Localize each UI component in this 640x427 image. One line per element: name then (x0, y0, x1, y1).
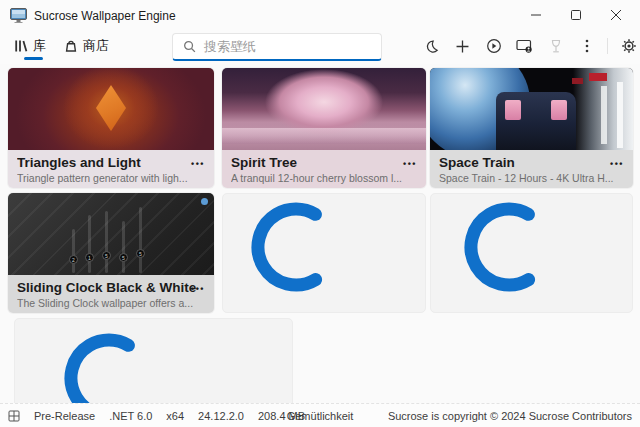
moon-theme-button[interactable] (421, 35, 442, 57)
wallpaper-preview (222, 68, 426, 150)
settings-button[interactable] (618, 35, 639, 57)
title-bar: Sucrose Wallpaper Engine (0, 0, 640, 30)
close-button[interactable] (596, 0, 636, 30)
card-description: The Sliding Clock wallpaper offers a... (17, 296, 205, 310)
add-wallpaper-button[interactable] (452, 35, 473, 57)
store-icon (64, 39, 78, 53)
settings-gear-icon (621, 38, 637, 54)
app-logo-icon (10, 8, 27, 23)
add-icon (456, 40, 469, 53)
window-title: Sucrose Wallpaper Engine (34, 9, 176, 23)
app-version: 24.12.2.0 (198, 410, 244, 422)
more-options-button[interactable] (576, 35, 597, 57)
card-title: Spirit Tree (231, 154, 417, 171)
update-indicator-dot (201, 198, 208, 205)
dotnet-version: .NET 6.0 (109, 410, 152, 422)
donate-button[interactable] (545, 35, 566, 57)
card-title: Space Train (439, 154, 624, 171)
card-menu-button[interactable]: ••• (403, 159, 417, 169)
wallpaper-card-sliding-clock[interactable]: 2 1 5 5 5 Sliding Clock Black & White Th… (8, 193, 214, 313)
tab-library[interactable]: 库 (14, 37, 46, 55)
play-wallpaper-button[interactable] (483, 35, 504, 57)
loading-spinner-icon (459, 197, 559, 297)
card-title: Triangles and Light (17, 154, 205, 171)
status-bar: Pre-Release .NET 6.0 x64 24.12.2.0 208.4… (0, 403, 640, 427)
kebab-menu-icon (585, 39, 589, 53)
loading-card (430, 193, 633, 313)
wine-glass-icon (549, 39, 563, 54)
search-placeholder: 搜索壁纸 (204, 38, 256, 56)
library-icon (14, 39, 28, 53)
card-menu-button[interactable]: ••• (191, 159, 205, 169)
copyright-text: Sucrose is copyright © 2024 Sucrose Cont… (388, 410, 632, 422)
active-tab-indicator (24, 57, 43, 60)
card-description: Triangle pattern generator with ligh... (17, 171, 205, 185)
app-window: Sucrose Wallpaper Engine 库 (0, 0, 640, 427)
card-menu-button[interactable]: ••• (191, 284, 205, 294)
search-icon (183, 40, 196, 53)
tab-store-label: 商店 (83, 37, 109, 55)
moon-icon (424, 39, 439, 54)
screen-share-icon (516, 39, 533, 54)
card-menu-button[interactable]: ••• (610, 159, 624, 169)
toolbar: 库 商店 搜索壁纸 (0, 30, 640, 64)
search-input[interactable]: 搜索壁纸 (172, 33, 382, 61)
card-title: Sliding Clock Black & White (17, 279, 205, 296)
minimize-button[interactable] (516, 0, 556, 30)
screen-select-button[interactable] (514, 35, 535, 57)
build-info-icon (8, 410, 20, 422)
release-channel: Pre-Release (34, 410, 95, 422)
wallpaper-preview (8, 68, 214, 150)
card-description: A tranquil 12-hour cherry blossom l... (231, 171, 417, 185)
wallpaper-card-triangles-and-light[interactable]: Triangles and Light Triangle pattern gen… (8, 68, 214, 188)
wallpaper-preview (430, 68, 633, 150)
wallpaper-preview: 2 1 5 5 5 (8, 193, 214, 275)
wallpaper-card-spirit-tree[interactable]: Spirit Tree A tranquil 12-hour cherry bl… (222, 68, 426, 188)
loading-card (14, 318, 293, 403)
architecture: x64 (166, 410, 184, 422)
toolbar-divider (607, 38, 608, 54)
tab-library-label: 库 (33, 37, 46, 55)
wallpaper-card-space-train[interactable]: Space Train Space Train - 12 Hours - 4K … (430, 68, 633, 188)
loading-spinner-icon (246, 197, 346, 297)
card-description: Space Train - 12 Hours - 4K Ultra H... (439, 171, 624, 185)
status-center-text: Gemütlichkeit (287, 410, 354, 422)
toolbar-actions (421, 35, 639, 57)
loading-spinner-icon (59, 328, 159, 403)
maximize-button[interactable] (556, 0, 596, 30)
wallpaper-grid: Triangles and Light Triangle pattern gen… (0, 64, 640, 403)
play-circle-icon (486, 38, 502, 54)
tab-store[interactable]: 商店 (64, 37, 109, 55)
loading-card (222, 193, 426, 313)
